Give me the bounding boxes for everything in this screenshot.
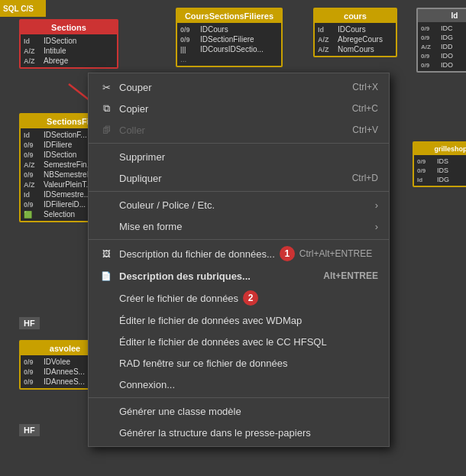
menu-item-descrubrique[interactable]: 📄 Description des rubriques... Alt+ENTRE…	[89, 265, 389, 287]
table-row: A/ZAbrege	[21, 56, 117, 66]
menu-item-editer2[interactable]: Éditer le fichier de données avec le CC …	[89, 331, 389, 352]
table-row: ...	[177, 54, 281, 64]
table-row: A/ZAbregeCours	[315, 34, 396, 44]
table-grilleshop[interactable]: grilleshop 0/9IDS 0/9IDS IdIDG	[413, 141, 466, 187]
hf-label-1: HF	[19, 317, 40, 329]
menu-item-label: Supprimer	[119, 151, 165, 163]
badge-1: 1	[280, 246, 295, 261]
no-icon	[99, 426, 113, 439]
menu-item-label: Générer une classe modèle	[119, 406, 241, 417]
table-right-header: Id	[418, 9, 466, 22]
menu-shortcut: Ctrl+V	[352, 125, 378, 135]
menu-item-label: Créer le fichier de données	[119, 293, 238, 304]
menu-shortcut: Alt+ENTREE	[323, 270, 378, 281]
menu-item-label: Éditer le fichier de données avec le CC …	[119, 336, 327, 348]
no-icon	[99, 291, 113, 305]
table-row: 0/9IDS	[414, 166, 466, 175]
menu-item-label: Coller	[119, 125, 145, 136]
menu-item-label: Générer la structure dans le presse-papi…	[119, 427, 311, 439]
desc-file-icon: 🖼	[99, 247, 113, 261]
menu-shortcut: Ctrl+C	[352, 103, 378, 114]
table-row: 0/9IDCours	[177, 24, 281, 34]
badge-2: 2	[243, 290, 258, 306]
menu-item-couper[interactable]: ✂ Couper Ctrl+X	[89, 76, 389, 98]
table-row: 0/9IDG	[418, 33, 466, 42]
top-bar: SQL C/S	[0, 0, 46, 17]
menu-item-label: Description des rubriques...	[119, 270, 251, 282]
paste-icon: 🗐	[99, 123, 113, 137]
menu-item-label: Couper	[119, 82, 152, 93]
menu-item-descfichier[interactable]: 🖼 Description du fichier de données... 1…	[89, 242, 389, 265]
menu-item-label: Mise en forme	[119, 221, 182, 232]
table-grilleshop-body: 0/9IDS 0/9IDS IdIDG	[414, 155, 466, 186]
menu-item-label: Copier	[119, 103, 148, 115]
table-row: 0/9IDS	[414, 157, 466, 166]
table-right-body: 0/9IDC 0/9IDG A/ZIDD 0/9IDO 0/9IDO	[418, 22, 466, 71]
menu-item-supprimer[interactable]: Supprimer	[89, 146, 389, 167]
desc-rubriques-icon: 📄	[99, 269, 113, 283]
menu-item-label: Description du fichier de données...	[119, 248, 275, 260]
table-row: IdIDCours	[315, 24, 396, 34]
submenu-arrow-icon: ›	[375, 221, 378, 232]
table-cours[interactable]: cours IdIDCours A/ZAbregeCours A/ZNomCou…	[313, 8, 397, 57]
submenu-arrow-icon: ›	[375, 199, 378, 211]
table-row: |||IDCoursIDSectio...	[177, 44, 281, 54]
menu-item-dupliquer[interactable]: Dupliquer Ctrl+D	[89, 167, 389, 189]
context-menu: ✂ Couper Ctrl+X ⧉ Copier Ctrl+C 🗐 Coller…	[88, 73, 390, 447]
app-title: SQL C/S	[3, 5, 34, 13]
menu-item-creer[interactable]: Créer le fichier de données 2	[89, 287, 389, 309]
no-icon	[99, 377, 113, 391]
scissors-icon: ✂	[99, 80, 113, 94]
menu-item-couleur[interactable]: Couleur / Police / Etc. ›	[89, 194, 389, 215]
copy-icon: ⧉	[99, 102, 113, 115]
menu-shortcut: Ctrl+Alt+ENTREE	[299, 248, 372, 259]
table-sections-header: Sections	[21, 21, 117, 34]
no-icon	[99, 335, 113, 348]
table-row: 0/9IDO	[418, 51, 466, 60]
no-icon	[99, 219, 113, 233]
menu-item-label: Éditer le fichier de données avec WDMap	[119, 315, 302, 326]
menu-item-editer1[interactable]: Éditer le fichier de données avec WDMap	[89, 309, 389, 331]
table-courssecfil[interactable]: CoursSectionsFilieres 0/9IDCours 0/9IDSe…	[176, 8, 283, 67]
separator-1	[89, 143, 389, 144]
no-icon	[99, 356, 113, 370]
menu-item-miseenforme[interactable]: Mise en forme ›	[89, 215, 389, 237]
table-sections-body: IdIDSection A/ZIntitule A/ZAbrege	[21, 34, 117, 67]
no-icon	[99, 404, 113, 418]
table-cours-body: IdIDCours A/ZAbregeCours A/ZNomCours	[315, 23, 396, 56]
table-row: 0/9IDSectionFiliere	[177, 34, 281, 44]
menu-item-coller: 🗐 Coller Ctrl+V	[89, 119, 389, 141]
table-row: 0/9IDC	[418, 24, 466, 33]
table-sections[interactable]: Sections IdIDSection A/ZIntitule A/ZAbre…	[19, 19, 118, 69]
table-cours-header: cours	[315, 9, 396, 23]
no-icon	[99, 150, 113, 164]
hf-label-2: HF	[19, 424, 40, 436]
menu-item-label: Dupliquer	[119, 173, 162, 184]
table-row: IdIDG	[414, 175, 466, 184]
table-right[interactable]: Id 0/9IDC 0/9IDG A/ZIDD 0/9IDO 0/9IDO	[416, 8, 466, 73]
separator-3	[89, 239, 389, 240]
menu-shortcut: Ctrl+X	[352, 82, 378, 92]
no-icon	[99, 198, 113, 212]
menu-item-connexion[interactable]: Connexion...	[89, 374, 389, 395]
table-row: A/ZIntitule	[21, 46, 117, 56]
menu-item-label: Connexion...	[119, 379, 175, 390]
menu-item-label: RAD fenêtre sur ce fichier de données	[119, 358, 287, 369]
table-row: A/ZNomCours	[315, 44, 396, 54]
table-row: A/ZIDD	[418, 42, 466, 51]
table-courssecfil-body: 0/9IDCours 0/9IDSectionFiliere |||IDCour…	[177, 23, 281, 66]
separator-2	[89, 191, 389, 192]
no-icon	[99, 171, 113, 185]
separator-4	[89, 397, 389, 398]
table-courssecfil-header: CoursSectionsFilieres	[177, 9, 281, 23]
table-grilleshop-header: grilleshop	[414, 143, 466, 155]
menu-item-label: Couleur / Police / Etc.	[119, 199, 215, 211]
menu-item-genererstructure[interactable]: Générer la structure dans le presse-papi…	[89, 422, 389, 443]
menu-item-copier[interactable]: ⧉ Copier Ctrl+C	[89, 98, 389, 119]
no-icon	[99, 313, 113, 327]
table-row: IdIDSection	[21, 36, 117, 46]
menu-item-rad[interactable]: RAD fenêtre sur ce fichier de données	[89, 352, 389, 374]
table-row: 0/9IDO	[418, 60, 466, 70]
menu-item-genererclasse[interactable]: Générer une classe modèle	[89, 400, 389, 422]
menu-shortcut: Ctrl+D	[352, 173, 378, 183]
